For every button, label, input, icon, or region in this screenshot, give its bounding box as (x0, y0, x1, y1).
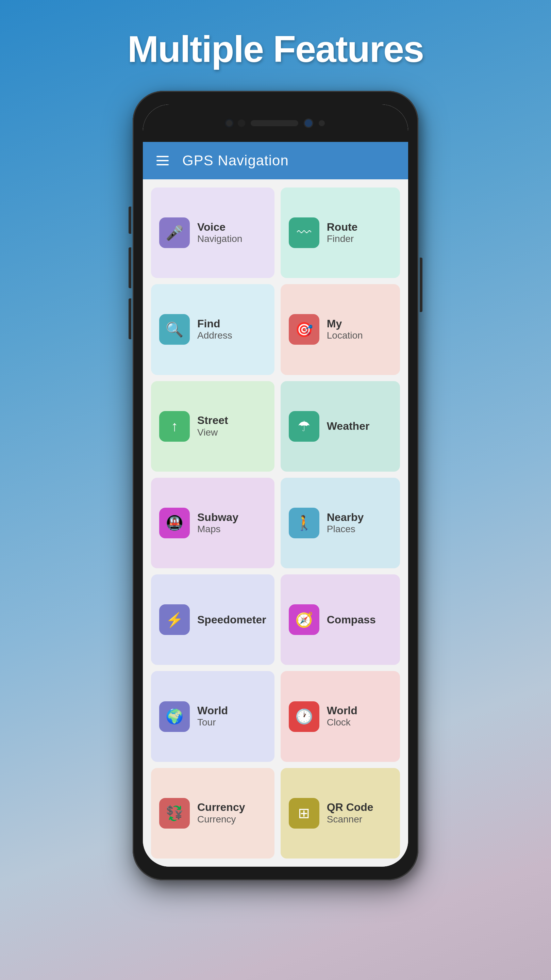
nearby-places-subtitle: Places (327, 523, 364, 535)
nearby-places-text: NearbyPlaces (327, 511, 364, 535)
voice-navigation-text: VoiceNavigation (197, 221, 242, 245)
sensor-right (319, 120, 325, 126)
feature-card-qr-code[interactable]: ⊞QR CodeScanner (281, 768, 400, 859)
weather-title: Weather (327, 420, 370, 432)
hamburger-line-1 (156, 156, 169, 157)
subway-maps-subtitle: Maps (197, 523, 238, 535)
currency-icon: 💱 (159, 798, 190, 829)
feature-card-world-clock[interactable]: 🕐WorldClock (281, 671, 400, 762)
world-tour-icon: 🌍 (159, 701, 190, 732)
front-camera (304, 118, 313, 128)
compass-text: Compass (327, 614, 376, 626)
feature-card-world-tour[interactable]: 🌍WorldTour (151, 671, 275, 762)
route-finder-text: RouteFinder (327, 221, 358, 245)
speedometer-icon: ⚡ (159, 605, 190, 635)
feature-card-find-address[interactable]: 🔍FindAddress (151, 284, 275, 375)
find-address-text: FindAddress (197, 318, 232, 341)
currency-text: CurrencyCurrency (197, 801, 245, 825)
find-address-icon: 🔍 (159, 314, 190, 345)
hamburger-line-2 (156, 160, 169, 161)
find-address-subtitle: Address (197, 330, 232, 341)
feature-card-currency[interactable]: 💱CurrencyCurrency (151, 768, 275, 859)
feature-card-street-view[interactable]: ↑StreetView (151, 381, 275, 472)
nearby-places-title: Nearby (327, 511, 364, 523)
my-location-icon: 🎯 (289, 314, 319, 345)
currency-subtitle: Currency (197, 814, 245, 825)
route-finder-icon: 〰 (289, 218, 319, 248)
route-finder-title: Route (327, 221, 358, 233)
page-title: Multiple Features (127, 27, 424, 70)
hamburger-line-3 (156, 164, 169, 165)
feature-grid: 🎤VoiceNavigation〰RouteFinder🔍FindAddress… (143, 179, 408, 867)
voice-navigation-subtitle: Navigation (197, 233, 242, 245)
voice-navigation-title: Voice (197, 221, 242, 233)
volume-up-button (129, 207, 131, 234)
street-view-title: Street (197, 414, 228, 426)
feature-card-route-finder[interactable]: 〰RouteFinder (281, 188, 400, 278)
qr-code-text: QR CodeScanner (327, 801, 373, 825)
currency-title: Currency (197, 801, 245, 813)
world-tour-subtitle: Tour (197, 717, 228, 728)
world-tour-title: World (197, 705, 228, 717)
feature-card-my-location[interactable]: 🎯MyLocation (281, 284, 400, 375)
world-clock-icon: 🕐 (289, 701, 319, 732)
hamburger-menu[interactable] (156, 156, 169, 165)
feature-card-weather[interactable]: ☂Weather (281, 381, 400, 472)
find-address-title: Find (197, 318, 232, 330)
compass-title: Compass (327, 614, 376, 626)
qr-code-title: QR Code (327, 801, 373, 813)
world-tour-text: WorldTour (197, 705, 228, 728)
app-bar: GPS Navigation (143, 142, 408, 179)
route-finder-subtitle: Finder (327, 233, 358, 245)
world-clock-title: World (327, 705, 357, 717)
weather-icon: ☂ (289, 411, 319, 442)
voice-navigation-icon: 🎤 (159, 218, 190, 248)
subway-maps-title: Subway (197, 511, 238, 523)
speedometer-text: Speedometer (197, 614, 266, 626)
world-clock-subtitle: Clock (327, 717, 357, 728)
app-bar-title: GPS Navigation (182, 153, 289, 169)
speedometer-title: Speedometer (197, 614, 266, 626)
feature-card-subway-maps[interactable]: 🚇SubwayMaps (151, 478, 275, 568)
feature-card-compass[interactable]: 🧭Compass (281, 574, 400, 665)
world-clock-text: WorldClock (327, 705, 357, 728)
phone-shell: GPS Navigation 🎤VoiceNavigation〰RouteFin… (133, 91, 418, 880)
front-camera-area (226, 118, 325, 128)
street-view-subtitle: View (197, 427, 228, 438)
qr-code-icon: ⊞ (289, 798, 319, 829)
street-view-icon: ↑ (159, 411, 190, 442)
sensor-left (226, 120, 232, 126)
speaker-grille (251, 120, 298, 126)
my-location-subtitle: Location (327, 330, 363, 341)
my-location-title: My (327, 318, 363, 330)
weather-text: Weather (327, 420, 370, 432)
power-button (420, 258, 422, 312)
subway-maps-text: SubwayMaps (197, 511, 238, 535)
bixby-button (129, 298, 131, 339)
phone-top-bar (143, 105, 408, 142)
subway-maps-icon: 🚇 (159, 508, 190, 538)
phone-screen: GPS Navigation 🎤VoiceNavigation〰RouteFin… (143, 105, 408, 867)
feature-card-voice-navigation[interactable]: 🎤VoiceNavigation (151, 188, 275, 278)
nearby-places-icon: 🚶 (289, 508, 319, 538)
sensor-left2 (238, 119, 245, 127)
my-location-text: MyLocation (327, 318, 363, 341)
compass-icon: 🧭 (289, 605, 319, 635)
street-view-text: StreetView (197, 414, 228, 438)
feature-card-nearby-places[interactable]: 🚶NearbyPlaces (281, 478, 400, 568)
feature-card-speedometer[interactable]: ⚡Speedometer (151, 574, 275, 665)
qr-code-subtitle: Scanner (327, 814, 373, 825)
volume-down-button (129, 247, 131, 288)
